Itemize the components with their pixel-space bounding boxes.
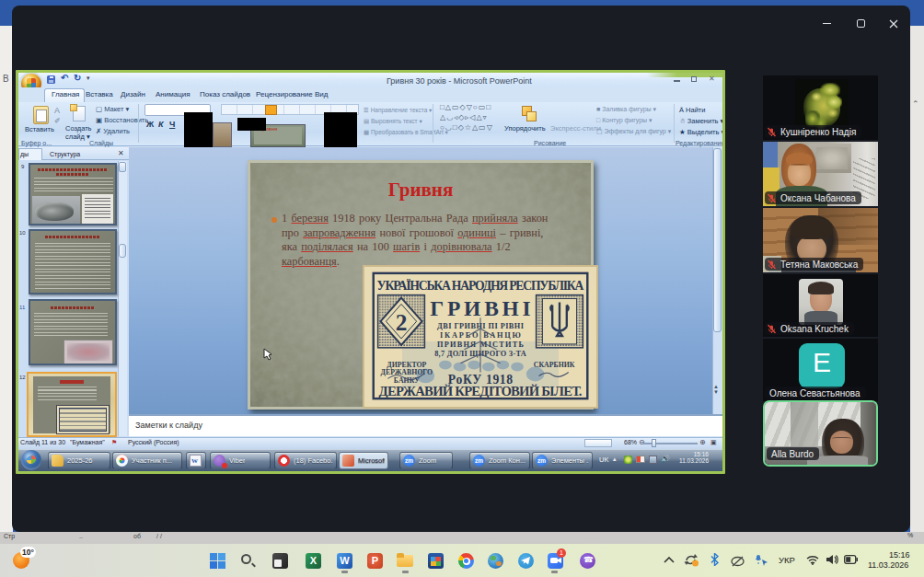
svg-text:ДЕРЖАВИЙ КРЕДІТОВИЙ БІЛЕТ.: ДЕРЖАВИЙ КРЕДІТОВИЙ БІЛЕТ. [379, 384, 583, 398]
svg-text:2: 2 [396, 309, 408, 336]
svg-text:ДЕРЖАВНОГО: ДЕРЖАВНОГО [381, 368, 433, 376]
svg-text:ДИРЕКТОР: ДИРЕКТОР [387, 361, 426, 369]
svg-text:УКРАЇНСЬКА НАРОДНЯ РЕСПУБЛІКА: УКРАЇНСЬКА НАРОДНЯ РЕСПУБЛІКА [377, 279, 584, 293]
svg-text:СКАРБНИК: СКАРБНИК [534, 361, 575, 369]
